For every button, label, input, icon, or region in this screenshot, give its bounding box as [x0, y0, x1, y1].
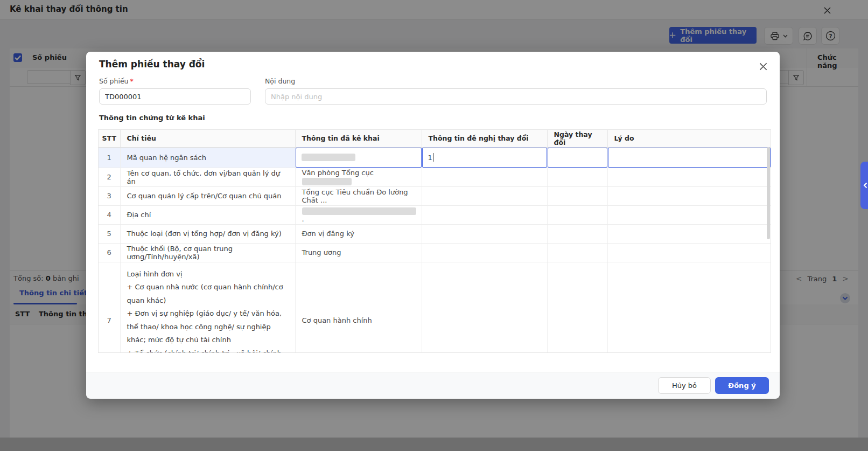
so-phieu-label: Số phiếu* — [99, 77, 134, 85]
confirm-button[interactable]: Đồng ý — [715, 377, 769, 394]
th-ngay-thay-doi: Ngày thay đổi — [547, 130, 607, 147]
table-scrollbar[interactable] — [767, 148, 770, 239]
th-stt: STT — [99, 130, 120, 147]
chevron-left-icon — [862, 182, 868, 189]
app-screen: Kê khai thay đổi thông tin Thêm phiếu th… — [0, 0, 868, 451]
redacted-text — [302, 207, 416, 215]
da-ke-khai-input[interactable] — [296, 148, 422, 168]
table-row: 1 Mã quan hệ ngân sách 1 — [99, 147, 771, 168]
th-chi-tieu: Chỉ tiêu — [120, 130, 295, 147]
table-row: 2 Tên cơ quan, tổ chức, đơn vị/ban quản … — [99, 168, 771, 186]
table-header-row: STT Chỉ tiêu Thông tin đã kê khai Thông … — [99, 130, 771, 147]
cancel-button[interactable]: Hủy bỏ — [658, 377, 711, 394]
declaration-table: STT Chỉ tiêu Thông tin đã kê khai Thông … — [98, 129, 771, 353]
redacted-text — [302, 154, 355, 161]
text-caret — [433, 153, 434, 162]
table-row: 4 Địa chỉ . — [99, 205, 771, 224]
section-title: Thông tin chứng từ kê khai — [99, 114, 205, 122]
table-row: 5 Thuộc loại (đơn vị tổng hợp/ đơn vị đă… — [99, 224, 771, 243]
table-row: 7 Loại hình đơn vị + Cơ quan nhà nước (c… — [99, 262, 771, 353]
de-nghi-input[interactable]: 1 — [422, 148, 547, 168]
ngay-thay-doi-input[interactable] — [548, 148, 607, 168]
modal-title: Thêm phiếu thay đổi — [99, 59, 205, 70]
th-de-nghi: Thông tin đề nghị thay đổi — [422, 130, 547, 147]
ly-do-input[interactable] — [608, 148, 771, 168]
noi-dung-input[interactable] — [265, 88, 767, 105]
side-panel-handle[interactable] — [860, 162, 868, 209]
table-row: 6 Thuộc khối (Bộ, cơ quan trung ương/Tỉn… — [99, 243, 771, 262]
th-ly-do: Lý do — [607, 130, 771, 147]
required-asterisk: * — [130, 77, 134, 85]
redacted-text — [302, 178, 352, 185]
modal-footer: Hủy bỏ Đồng ý — [86, 372, 780, 399]
de-nghi-value: 1 — [428, 154, 432, 162]
noi-dung-label: Nội dung — [265, 77, 295, 85]
th-da-ke-khai: Thông tin đã kê khai — [295, 130, 422, 147]
modal-close-button[interactable] — [756, 59, 770, 73]
add-ticket-modal: Thêm phiếu thay đổi Số phiếu* Nội dung T… — [86, 52, 780, 398]
close-icon — [758, 61, 768, 72]
table-row: 3 Cơ quan quản lý cấp trên/Cơ quan chủ q… — [99, 186, 771, 205]
so-phieu-input[interactable] — [99, 88, 251, 105]
